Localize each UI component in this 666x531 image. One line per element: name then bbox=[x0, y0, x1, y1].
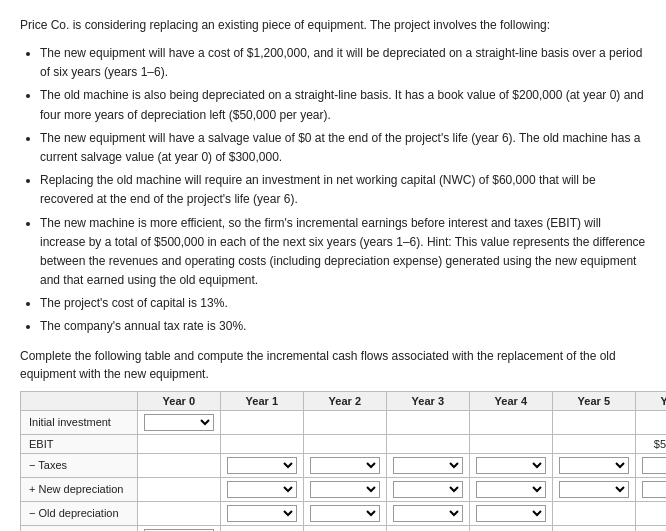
col-header-year0: Year 0 bbox=[137, 391, 220, 410]
dropdown-olddep-y1[interactable] bbox=[227, 505, 297, 522]
row-label-ebit: EBIT bbox=[21, 434, 138, 453]
cash-flow-table: Year 0 Year 1 Year 2 Year 3 Year 4 Year … bbox=[20, 391, 666, 531]
col-header-label bbox=[21, 391, 138, 410]
cell-salvage-y0[interactable] bbox=[137, 525, 220, 531]
cell-newdep-y3[interactable] bbox=[386, 477, 469, 501]
cell-taxes-y0 bbox=[137, 453, 220, 477]
dropdown-taxes-y5[interactable] bbox=[559, 457, 629, 474]
bullet-item: The new machine is more efficient, so th… bbox=[40, 214, 646, 291]
row-label-old-depreciation: − Old depreciation bbox=[21, 501, 138, 525]
dropdown-taxes-y1[interactable] bbox=[227, 457, 297, 474]
cell-olddep-y0 bbox=[137, 501, 220, 525]
table-header-row: Year 0 Year 1 Year 2 Year 3 Year 4 Year … bbox=[21, 391, 667, 410]
cell-salvage-y1 bbox=[220, 525, 303, 531]
dropdown-olddep-y4[interactable] bbox=[476, 505, 546, 522]
cell-olddep-y5 bbox=[552, 501, 635, 525]
dropdown-initial-y0[interactable] bbox=[144, 414, 214, 431]
cell-salvage-y3 bbox=[386, 525, 469, 531]
row-label-salvage: + Salvage value bbox=[21, 525, 138, 531]
bullet-item: The new equipment will have a cost of $1… bbox=[40, 44, 646, 82]
cell-ebit-y1 bbox=[220, 434, 303, 453]
cell-newdep-y4[interactable] bbox=[469, 477, 552, 501]
cell-ebit-y5 bbox=[552, 434, 635, 453]
cell-salvage-y5 bbox=[552, 525, 635, 531]
dropdown-newdep-y2[interactable] bbox=[310, 481, 380, 498]
table-row: − Old depreciation bbox=[21, 501, 667, 525]
dropdown-olddep-y2[interactable] bbox=[310, 505, 380, 522]
cell-initial-y3 bbox=[386, 410, 469, 434]
col-header-year5: Year 5 bbox=[552, 391, 635, 410]
cell-olddep-y6 bbox=[635, 501, 666, 525]
cell-ebit-y6: $500,000 bbox=[635, 434, 666, 453]
cell-salvage-y2 bbox=[303, 525, 386, 531]
intro-text: Price Co. is considering replacing an ex… bbox=[20, 16, 646, 34]
cell-ebit-y0 bbox=[137, 434, 220, 453]
cell-ebit-y3 bbox=[386, 434, 469, 453]
dropdown-taxes-y6[interactable] bbox=[642, 457, 666, 474]
cell-olddep-y2[interactable] bbox=[303, 501, 386, 525]
cell-taxes-y1[interactable] bbox=[220, 453, 303, 477]
cell-initial-y1 bbox=[220, 410, 303, 434]
col-header-year3: Year 3 bbox=[386, 391, 469, 410]
row-label-new-depreciation: + New depreciation bbox=[21, 477, 138, 501]
bullet-item: The project's cost of capital is 13%. bbox=[40, 294, 646, 313]
bullet-item: The old machine is also being depreciate… bbox=[40, 86, 646, 124]
cell-olddep-y3[interactable] bbox=[386, 501, 469, 525]
dropdown-taxes-y2[interactable] bbox=[310, 457, 380, 474]
table-row: EBIT $500,000 bbox=[21, 434, 667, 453]
cell-initial-y2 bbox=[303, 410, 386, 434]
cell-salvage-y6 bbox=[635, 525, 666, 531]
col-header-year2: Year 2 bbox=[303, 391, 386, 410]
cell-newdep-y1[interactable] bbox=[220, 477, 303, 501]
row-label-initial-investment: Initial investment bbox=[21, 410, 138, 434]
dropdown-newdep-y4[interactable] bbox=[476, 481, 546, 498]
cell-initial-y4 bbox=[469, 410, 552, 434]
table-row: − Taxes bbox=[21, 453, 667, 477]
table-row: + Salvage value bbox=[21, 525, 667, 531]
cell-taxes-y2[interactable] bbox=[303, 453, 386, 477]
col-header-year6: Year 6 bbox=[635, 391, 666, 410]
dropdown-taxes-y4[interactable] bbox=[476, 457, 546, 474]
cell-ebit-y4 bbox=[469, 434, 552, 453]
dropdown-newdep-y5[interactable] bbox=[559, 481, 629, 498]
dropdown-newdep-y3[interactable] bbox=[393, 481, 463, 498]
cell-initial-y5 bbox=[552, 410, 635, 434]
cell-initial-y0[interactable] bbox=[137, 410, 220, 434]
dropdown-olddep-y3[interactable] bbox=[393, 505, 463, 522]
cell-taxes-y6[interactable] bbox=[635, 453, 666, 477]
bullet-item: The company's annual tax rate is 30%. bbox=[40, 317, 646, 336]
bullet-item: Replacing the old machine will require a… bbox=[40, 171, 646, 209]
cell-newdep-y2[interactable] bbox=[303, 477, 386, 501]
instruction-text: Complete the following table and compute… bbox=[20, 347, 646, 383]
dropdown-newdep-y6[interactable] bbox=[642, 481, 666, 498]
cell-newdep-y6[interactable] bbox=[635, 477, 666, 501]
cell-newdep-y5[interactable] bbox=[552, 477, 635, 501]
dropdown-newdep-y1[interactable] bbox=[227, 481, 297, 498]
cell-initial-y6 bbox=[635, 410, 666, 434]
dropdown-taxes-y3[interactable] bbox=[393, 457, 463, 474]
table-row: Initial investment bbox=[21, 410, 667, 434]
cell-taxes-y5[interactable] bbox=[552, 453, 635, 477]
row-label-taxes: − Taxes bbox=[21, 453, 138, 477]
table-row: + New depreciation bbox=[21, 477, 667, 501]
cell-olddep-y4[interactable] bbox=[469, 501, 552, 525]
cell-olddep-y1[interactable] bbox=[220, 501, 303, 525]
col-header-year4: Year 4 bbox=[469, 391, 552, 410]
col-header-year1: Year 1 bbox=[220, 391, 303, 410]
cell-ebit-y2 bbox=[303, 434, 386, 453]
cell-taxes-y4[interactable] bbox=[469, 453, 552, 477]
bullet-list: The new equipment will have a cost of $1… bbox=[40, 44, 646, 337]
cell-salvage-y4 bbox=[469, 525, 552, 531]
cell-taxes-y3[interactable] bbox=[386, 453, 469, 477]
bullet-item: The new equipment will have a salvage va… bbox=[40, 129, 646, 167]
cell-newdep-y0 bbox=[137, 477, 220, 501]
